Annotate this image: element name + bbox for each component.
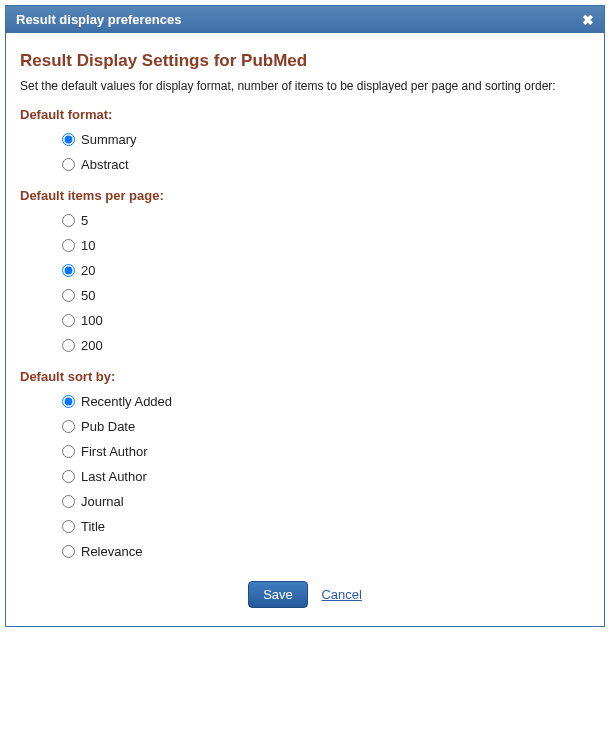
page-description: Set the default values for display forma… xyxy=(20,79,590,93)
format-radio-summary[interactable] xyxy=(62,133,75,146)
items-label-200[interactable]: 200 xyxy=(81,338,103,353)
format-section-label: Default format: xyxy=(20,107,590,122)
sort-option-first-author: First Author xyxy=(62,444,590,459)
items-option-5: 5 xyxy=(62,213,590,228)
sort-label-journal[interactable]: Journal xyxy=(81,494,124,509)
sort-radio-pub-date[interactable] xyxy=(62,420,75,433)
items-label-5[interactable]: 5 xyxy=(81,213,88,228)
items-option-200: 200 xyxy=(62,338,590,353)
sort-option-pub-date: Pub Date xyxy=(62,419,590,434)
format-radio-group: SummaryAbstract xyxy=(20,132,590,172)
items-option-50: 50 xyxy=(62,288,590,303)
sort-radio-first-author[interactable] xyxy=(62,445,75,458)
preferences-dialog: Result display preferences ✖ Result Disp… xyxy=(5,5,605,627)
items-label-20[interactable]: 20 xyxy=(81,263,95,278)
sort-option-title: Title xyxy=(62,519,590,534)
format-option-summary: Summary xyxy=(62,132,590,147)
items-option-100: 100 xyxy=(62,313,590,328)
sort-section-label: Default sort by: xyxy=(20,369,590,384)
sort-radio-title[interactable] xyxy=(62,520,75,533)
items-label-10[interactable]: 10 xyxy=(81,238,95,253)
format-label-summary[interactable]: Summary xyxy=(81,132,137,147)
items-option-20: 20 xyxy=(62,263,590,278)
sort-label-recently-added[interactable]: Recently Added xyxy=(81,394,172,409)
items-label-50[interactable]: 50 xyxy=(81,288,95,303)
sort-radio-group: Recently AddedPub DateFirst AuthorLast A… xyxy=(20,394,590,559)
items-radio-100[interactable] xyxy=(62,314,75,327)
save-button[interactable]: Save xyxy=(248,581,308,608)
items-radio-5[interactable] xyxy=(62,214,75,227)
close-icon[interactable]: ✖ xyxy=(582,13,594,27)
items-option-10: 10 xyxy=(62,238,590,253)
cancel-link[interactable]: Cancel xyxy=(321,587,361,602)
sort-option-journal: Journal xyxy=(62,494,590,509)
sort-radio-last-author[interactable] xyxy=(62,470,75,483)
items-section-label: Default items per page: xyxy=(20,188,590,203)
sort-radio-relevance[interactable] xyxy=(62,545,75,558)
items-radio-20[interactable] xyxy=(62,264,75,277)
sort-option-recently-added: Recently Added xyxy=(62,394,590,409)
sort-radio-journal[interactable] xyxy=(62,495,75,508)
items-radio-200[interactable] xyxy=(62,339,75,352)
items-radio-group: 5102050100200 xyxy=(20,213,590,353)
items-radio-10[interactable] xyxy=(62,239,75,252)
sort-option-last-author: Last Author xyxy=(62,469,590,484)
dialog-titlebar: Result display preferences ✖ xyxy=(6,6,604,33)
dialog-actions: Save Cancel xyxy=(20,581,590,608)
items-radio-50[interactable] xyxy=(62,289,75,302)
dialog-content: Result Display Settings for PubMed Set t… xyxy=(6,33,604,626)
format-radio-abstract[interactable] xyxy=(62,158,75,171)
sort-label-title[interactable]: Title xyxy=(81,519,105,534)
sort-label-last-author[interactable]: Last Author xyxy=(81,469,147,484)
format-option-abstract: Abstract xyxy=(62,157,590,172)
sort-label-relevance[interactable]: Relevance xyxy=(81,544,142,559)
sort-option-relevance: Relevance xyxy=(62,544,590,559)
sort-radio-recently-added[interactable] xyxy=(62,395,75,408)
format-label-abstract[interactable]: Abstract xyxy=(81,157,129,172)
page-heading: Result Display Settings for PubMed xyxy=(20,51,590,71)
dialog-title: Result display preferences xyxy=(16,12,181,27)
items-label-100[interactable]: 100 xyxy=(81,313,103,328)
sort-label-first-author[interactable]: First Author xyxy=(81,444,147,459)
sort-label-pub-date[interactable]: Pub Date xyxy=(81,419,135,434)
